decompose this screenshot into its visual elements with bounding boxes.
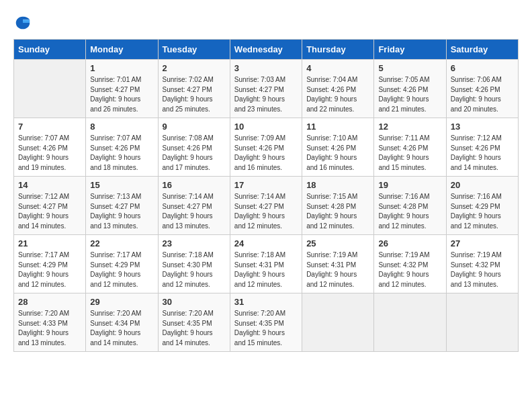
day-number: 4: [306, 63, 369, 73]
calendar-day-cell: 7Sunrise: 7:07 AM Sunset: 4:26 PM Daylig…: [14, 118, 86, 177]
day-number: 24: [234, 238, 298, 248]
day-number: 6: [451, 63, 514, 73]
day-number: 21: [18, 238, 81, 248]
day-info: Sunrise: 7:09 AM Sunset: 4:26 PM Dayligh…: [234, 134, 298, 173]
day-number: 1: [90, 63, 153, 73]
calendar-week-row: 14Sunrise: 7:12 AM Sunset: 4:27 PM Dayli…: [14, 177, 519, 235]
day-number: 17: [234, 180, 298, 190]
calendar-day-cell: 10Sunrise: 7:09 AM Sunset: 4:26 PM Dayli…: [230, 118, 302, 177]
calendar-day-cell: 26Sunrise: 7:19 AM Sunset: 4:32 PM Dayli…: [374, 235, 446, 293]
day-number: 5: [378, 63, 441, 73]
day-number: 3: [234, 63, 298, 73]
calendar-day-cell: 8Sunrise: 7:07 AM Sunset: 4:26 PM Daylig…: [86, 118, 158, 177]
day-number: 26: [378, 238, 441, 248]
calendar-header-sunday: Sunday: [14, 40, 86, 60]
day-number: 25: [306, 238, 369, 248]
calendar-header-friday: Friday: [374, 40, 446, 60]
calendar-day-cell: [374, 293, 446, 352]
day-number: 23: [163, 238, 226, 248]
calendar-table: SundayMondayTuesdayWednesdayThursdayFrid…: [13, 39, 519, 352]
day-info: Sunrise: 7:16 AM Sunset: 4:29 PM Dayligh…: [451, 192, 514, 231]
day-number: 28: [18, 297, 81, 307]
calendar-day-cell: 24Sunrise: 7:18 AM Sunset: 4:31 PM Dayli…: [230, 235, 302, 293]
day-info: Sunrise: 7:07 AM Sunset: 4:26 PM Dayligh…: [18, 134, 81, 173]
calendar-day-cell: 30Sunrise: 7:20 AM Sunset: 4:35 PM Dayli…: [158, 293, 230, 352]
day-number: 30: [163, 297, 226, 307]
day-info: Sunrise: 7:08 AM Sunset: 4:26 PM Dayligh…: [163, 134, 226, 173]
day-info: Sunrise: 7:16 AM Sunset: 4:28 PM Dayligh…: [378, 192, 441, 231]
day-info: Sunrise: 7:17 AM Sunset: 4:29 PM Dayligh…: [18, 250, 81, 289]
calendar-day-cell: 23Sunrise: 7:18 AM Sunset: 4:30 PM Dayli…: [158, 235, 230, 293]
day-number: 27: [451, 238, 514, 248]
day-info: Sunrise: 7:07 AM Sunset: 4:26 PM Dayligh…: [90, 134, 153, 173]
day-number: 11: [306, 122, 369, 132]
calendar-week-row: 7Sunrise: 7:07 AM Sunset: 4:26 PM Daylig…: [14, 118, 519, 177]
day-number: 12: [378, 122, 441, 132]
calendar-day-cell: 6Sunrise: 7:06 AM Sunset: 4:26 PM Daylig…: [446, 60, 518, 118]
day-info: Sunrise: 7:05 AM Sunset: 4:26 PM Dayligh…: [378, 75, 441, 114]
calendar-day-cell: 31Sunrise: 7:20 AM Sunset: 4:35 PM Dayli…: [230, 293, 302, 352]
day-info: Sunrise: 7:14 AM Sunset: 4:27 PM Dayligh…: [234, 192, 298, 231]
day-info: Sunrise: 7:20 AM Sunset: 4:35 PM Dayligh…: [163, 309, 226, 348]
calendar-day-cell: [14, 60, 86, 118]
calendar-day-cell: 4Sunrise: 7:04 AM Sunset: 4:26 PM Daylig…: [302, 60, 374, 118]
day-info: Sunrise: 7:02 AM Sunset: 4:27 PM Dayligh…: [163, 75, 226, 114]
calendar-day-cell: 14Sunrise: 7:12 AM Sunset: 4:27 PM Dayli…: [14, 177, 86, 235]
day-number: 2: [163, 63, 226, 73]
day-number: 9: [163, 122, 226, 132]
calendar-day-cell: 21Sunrise: 7:17 AM Sunset: 4:29 PM Dayli…: [14, 235, 86, 293]
day-info: Sunrise: 7:06 AM Sunset: 4:26 PM Dayligh…: [451, 75, 514, 114]
day-info: Sunrise: 7:18 AM Sunset: 4:30 PM Dayligh…: [163, 250, 226, 289]
day-info: Sunrise: 7:12 AM Sunset: 4:27 PM Dayligh…: [18, 192, 81, 231]
day-number: 31: [234, 297, 298, 307]
calendar-day-cell: 1Sunrise: 7:01 AM Sunset: 4:27 PM Daylig…: [86, 60, 158, 118]
day-number: 8: [90, 122, 153, 132]
calendar-week-row: 28Sunrise: 7:20 AM Sunset: 4:33 PM Dayli…: [14, 293, 519, 352]
day-info: Sunrise: 7:01 AM Sunset: 4:27 PM Dayligh…: [90, 75, 153, 114]
day-info: Sunrise: 7:20 AM Sunset: 4:33 PM Dayligh…: [18, 309, 81, 348]
calendar-header-wednesday: Wednesday: [230, 40, 302, 60]
calendar-day-cell: 15Sunrise: 7:13 AM Sunset: 4:27 PM Dayli…: [86, 177, 158, 235]
calendar-day-cell: 5Sunrise: 7:05 AM Sunset: 4:26 PM Daylig…: [374, 60, 446, 118]
calendar-day-cell: 22Sunrise: 7:17 AM Sunset: 4:29 PM Dayli…: [86, 235, 158, 293]
day-number: 20: [451, 180, 514, 190]
calendar-week-row: 1Sunrise: 7:01 AM Sunset: 4:27 PM Daylig…: [14, 60, 519, 118]
day-number: 18: [306, 180, 369, 190]
day-info: Sunrise: 7:13 AM Sunset: 4:27 PM Dayligh…: [90, 192, 153, 231]
day-number: 16: [163, 180, 226, 190]
day-info: Sunrise: 7:15 AM Sunset: 4:28 PM Dayligh…: [306, 192, 369, 231]
calendar-header-monday: Monday: [86, 40, 158, 60]
calendar-header-thursday: Thursday: [302, 40, 374, 60]
day-number: 29: [90, 297, 153, 307]
calendar-week-row: 21Sunrise: 7:17 AM Sunset: 4:29 PM Dayli…: [14, 235, 519, 293]
day-info: Sunrise: 7:19 AM Sunset: 4:32 PM Dayligh…: [451, 250, 514, 289]
calendar-day-cell: 18Sunrise: 7:15 AM Sunset: 4:28 PM Dayli…: [302, 177, 374, 235]
calendar-day-cell: 29Sunrise: 7:20 AM Sunset: 4:34 PM Dayli…: [86, 293, 158, 352]
calendar-day-cell: [302, 293, 374, 352]
calendar-header-tuesday: Tuesday: [158, 40, 230, 60]
day-info: Sunrise: 7:19 AM Sunset: 4:32 PM Dayligh…: [378, 250, 441, 289]
day-info: Sunrise: 7:10 AM Sunset: 4:26 PM Dayligh…: [306, 134, 369, 173]
calendar-day-cell: 27Sunrise: 7:19 AM Sunset: 4:32 PM Dayli…: [446, 235, 518, 293]
calendar-day-cell: 2Sunrise: 7:02 AM Sunset: 4:27 PM Daylig…: [158, 60, 230, 118]
calendar-day-cell: 16Sunrise: 7:14 AM Sunset: 4:27 PM Dayli…: [158, 177, 230, 235]
logo: [13, 13, 35, 32]
calendar-day-cell: 19Sunrise: 7:16 AM Sunset: 4:28 PM Dayli…: [374, 177, 446, 235]
day-number: 14: [18, 180, 81, 190]
day-number: 10: [234, 122, 298, 132]
calendar-day-cell: [446, 293, 518, 352]
header: [13, 13, 519, 32]
calendar-day-cell: 28Sunrise: 7:20 AM Sunset: 4:33 PM Dayli…: [14, 293, 86, 352]
calendar-day-cell: 13Sunrise: 7:12 AM Sunset: 4:26 PM Dayli…: [446, 118, 518, 177]
day-info: Sunrise: 7:11 AM Sunset: 4:26 PM Dayligh…: [378, 134, 441, 173]
day-number: 19: [378, 180, 441, 190]
logo-icon: [13, 13, 32, 32]
calendar-header-row: SundayMondayTuesdayWednesdayThursdayFrid…: [14, 40, 519, 60]
day-info: Sunrise: 7:04 AM Sunset: 4:26 PM Dayligh…: [306, 75, 369, 114]
day-info: Sunrise: 7:03 AM Sunset: 4:27 PM Dayligh…: [234, 75, 298, 114]
day-info: Sunrise: 7:17 AM Sunset: 4:29 PM Dayligh…: [90, 250, 153, 289]
day-info: Sunrise: 7:20 AM Sunset: 4:35 PM Dayligh…: [234, 309, 298, 348]
day-info: Sunrise: 7:12 AM Sunset: 4:26 PM Dayligh…: [451, 134, 514, 173]
day-info: Sunrise: 7:14 AM Sunset: 4:27 PM Dayligh…: [163, 192, 226, 231]
day-number: 7: [18, 122, 81, 132]
